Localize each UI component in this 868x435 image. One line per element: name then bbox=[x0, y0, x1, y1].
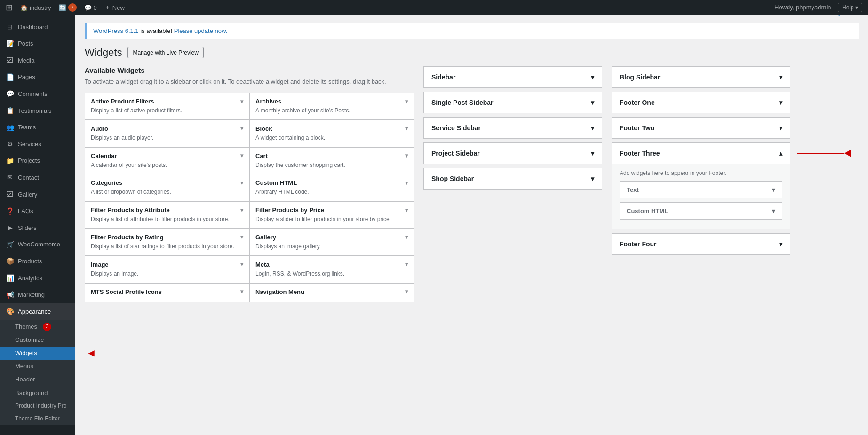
updates-link[interactable]: 🔄 7 bbox=[59, 3, 77, 12]
sidebar-area-footer-one-header[interactable]: Footer One ▾ bbox=[612, 92, 790, 113]
chevron-down-icon: ▾ bbox=[240, 98, 243, 105]
sidebar-item-media[interactable]: 🖼 Media bbox=[0, 52, 75, 69]
submenu-item-customize[interactable]: Customize bbox=[0, 333, 75, 347]
widget-filter-by-rating[interactable]: Filter Products by Rating ▾ Display a li… bbox=[85, 229, 249, 256]
appearance-submenu: Themes 3 Customize Widgets ◄ Menus Heade… bbox=[0, 320, 75, 425]
sidebar-item-faqs[interactable]: ❓ FAQs bbox=[0, 203, 75, 220]
chevron-down-icon: ▾ bbox=[405, 261, 408, 268]
main-content: Enable accessibility mode WordPress 6.1.… bbox=[75, 15, 868, 435]
gallery-icon: 🖼 bbox=[6, 190, 14, 199]
widget-image[interactable]: Image ▾ Displays an image. bbox=[85, 256, 249, 283]
sidebar-area-project-header[interactable]: Project Sidebar ▾ bbox=[424, 143, 602, 164]
widgets-content: Available Widgets To activate a widget d… bbox=[85, 66, 859, 302]
sidebar-area-blog-header[interactable]: Blog Sidebar ▾ bbox=[612, 67, 790, 87]
submenu-item-theme-file-editor[interactable]: Theme File Editor bbox=[0, 412, 75, 425]
sidebar-area-footer-two-header[interactable]: Footer Two ▾ bbox=[612, 118, 790, 138]
sidebar-item-woocommerce[interactable]: 🛒 WooCommerce bbox=[0, 237, 75, 253]
chevron-down-icon: ▾ bbox=[772, 186, 775, 193]
sidebar-area-footer-three-header[interactable]: Footer Three ▴ bbox=[612, 143, 790, 164]
chevron-down-icon: ▾ bbox=[591, 99, 594, 106]
page-title: Widgets bbox=[85, 47, 122, 59]
sidebar-item-posts[interactable]: 📝 Posts bbox=[0, 36, 75, 53]
submenu-item-themes[interactable]: Themes 3 bbox=[0, 320, 75, 333]
dashboard-icon: ⊟ bbox=[6, 23, 14, 32]
site-name[interactable]: 🏠 industry bbox=[20, 4, 51, 11]
text-widget-in-footer-three[interactable]: Text ▾ bbox=[620, 181, 782, 198]
posts-icon: 📝 bbox=[6, 40, 14, 49]
analytics-icon: 📊 bbox=[6, 274, 14, 283]
comments-icon: 💬 bbox=[6, 89, 14, 99]
sidebar-item-gallery[interactable]: 🖼 Gallery bbox=[0, 186, 75, 203]
widget-categories[interactable]: Categories ▾ A list or dropdown of categ… bbox=[85, 174, 249, 201]
submenu-item-product-industry-pro[interactable]: Product Industry Pro bbox=[0, 400, 75, 412]
sidebar-item-testimonials[interactable]: 📋 Testimonials bbox=[0, 103, 75, 119]
sidebar-item-services[interactable]: ⚙ Services bbox=[0, 136, 75, 153]
sidebar-item-analytics[interactable]: 📊 Analytics bbox=[0, 270, 75, 287]
faqs-icon: ❓ bbox=[6, 207, 14, 216]
chevron-down-icon: ▾ bbox=[240, 288, 243, 295]
help-button[interactable]: Help ▾ bbox=[838, 3, 862, 12]
comments-link[interactable]: 💬 0 bbox=[84, 4, 97, 11]
manage-live-preview-button[interactable]: Manage with Live Preview bbox=[127, 47, 203, 58]
sidebar-item-sliders[interactable]: ▶ Sliders bbox=[0, 220, 75, 237]
wp-logo[interactable]: ⊞ bbox=[6, 2, 13, 13]
widget-filter-by-attribute[interactable]: Filter Products by Attribute ▾ Display a… bbox=[85, 201, 249, 229]
update-notice: WordPress 6.1.1 is available! Please upd… bbox=[85, 23, 859, 39]
update-link[interactable]: WordPress 6.1.1 bbox=[93, 27, 139, 34]
widget-block[interactable]: Block ▾ A widget containing a block. bbox=[249, 120, 414, 147]
sidebar-area-sidebar: Sidebar ▾ bbox=[423, 66, 602, 88]
submenu-item-background[interactable]: Background bbox=[0, 387, 75, 400]
submenu-item-header[interactable]: Header bbox=[0, 373, 75, 386]
chevron-down-icon: ▾ bbox=[405, 98, 408, 105]
sidebar-area-service-header[interactable]: Service Sidebar ▾ bbox=[424, 118, 602, 138]
testimonials-icon: 📋 bbox=[6, 106, 14, 116]
widgets-grid: Active Product Filters ▾ Display a list … bbox=[85, 93, 414, 302]
adminbar-right: Howdy, phpmyadmin Help ▾ bbox=[774, 3, 862, 12]
widget-calendar[interactable]: Calendar ▾ A calendar of your site's pos… bbox=[85, 147, 249, 174]
submenu-item-widgets[interactable]: Widgets ◄ bbox=[0, 347, 75, 360]
updates-count: 7 bbox=[68, 3, 77, 12]
page-header: Widgets Manage with Live Preview bbox=[85, 47, 859, 59]
sidebar-item-contact[interactable]: ✉ Contact bbox=[0, 169, 75, 186]
sidebar-area-footer-one: Footer One ▾ bbox=[612, 92, 790, 113]
widget-navigation-menu[interactable]: Navigation Menu ▾ bbox=[249, 283, 414, 302]
sidebar-item-projects[interactable]: 📁 Projects bbox=[0, 153, 75, 170]
widget-active-product-filters[interactable]: Active Product Filters ▾ Display a list … bbox=[85, 93, 249, 120]
sidebar-item-dashboard[interactable]: ⊟ Dashboard bbox=[0, 19, 75, 36]
sidebar-item-pages[interactable]: 📄 Pages bbox=[0, 69, 75, 86]
sidebar-item-marketing[interactable]: 📢 Marketing bbox=[0, 287, 75, 304]
update-now-link[interactable]: Please update now. bbox=[174, 27, 227, 34]
chevron-down-icon: ▾ bbox=[405, 180, 408, 186]
widget-mts-social-profile-icons[interactable]: MTS Social Profile Icons ▾ bbox=[85, 283, 249, 302]
chevron-down-icon: ▾ bbox=[240, 261, 243, 268]
widget-gallery[interactable]: Gallery ▾ Displays an image gallery. bbox=[249, 229, 414, 256]
sidebar-area-sidebar-header[interactable]: Sidebar ▾ bbox=[424, 67, 602, 87]
woocommerce-icon: 🛒 bbox=[6, 240, 14, 250]
new-item-link[interactable]: ＋ New bbox=[104, 3, 125, 12]
sidebar-item-products[interactable]: 📦 Products bbox=[0, 253, 75, 270]
chevron-down-icon: ▾ bbox=[779, 240, 782, 248]
sidebar-area-shop: Shop Sidebar ▾ bbox=[423, 168, 602, 190]
chevron-down-icon: ▾ bbox=[779, 73, 782, 81]
submenu-item-menus[interactable]: Menus bbox=[0, 360, 75, 373]
sidebar-area-single-post-header[interactable]: Single Post Sidebar ▾ bbox=[424, 92, 602, 113]
widget-audio[interactable]: Audio ▾ Displays an audio player. bbox=[85, 120, 249, 147]
sidebar-area-single-post: Single Post Sidebar ▾ bbox=[423, 92, 602, 113]
sidebar-item-comments[interactable]: 💬 Comments bbox=[0, 86, 75, 103]
admin-bar: ⊞ 🏠 industry 🔄 7 💬 0 ＋ New Howdy, phpmya… bbox=[0, 0, 868, 15]
widget-cart[interactable]: Cart ▾ Display the customer shopping car… bbox=[249, 147, 414, 174]
sidebar-areas-right: Blog Sidebar ▾ Footer One ▾ Footer Two ▾ bbox=[612, 66, 790, 302]
widget-custom-html[interactable]: Custom HTML ▾ Arbitrary HTML code. bbox=[249, 174, 414, 201]
sidebar-item-teams[interactable]: 👥 Teams bbox=[0, 119, 75, 136]
widget-filter-by-price[interactable]: Filter Products by Price ▾ Display a sli… bbox=[249, 201, 414, 229]
available-widgets-panel: Available Widgets To activate a widget d… bbox=[85, 66, 414, 302]
chevron-down-icon: ▾ bbox=[591, 124, 594, 132]
sidebar-item-appearance[interactable]: 🎨 Appearance bbox=[0, 303, 75, 320]
sidebar-area-shop-header[interactable]: Shop Sidebar ▾ bbox=[424, 168, 602, 189]
sidebar-area-footer-four-header[interactable]: Footer Four ▾ bbox=[612, 234, 790, 254]
sidebar-area-blog: Blog Sidebar ▾ bbox=[612, 66, 790, 88]
custom-html-widget-in-footer-three[interactable]: Custom HTML ▾ bbox=[620, 202, 782, 220]
widget-meta[interactable]: Meta ▾ Login, RSS, & WordPress.org links… bbox=[249, 256, 414, 283]
pages-icon: 📄 bbox=[6, 73, 14, 82]
widget-archives[interactable]: Archives ▾ A monthly archive of your sit… bbox=[249, 93, 414, 120]
